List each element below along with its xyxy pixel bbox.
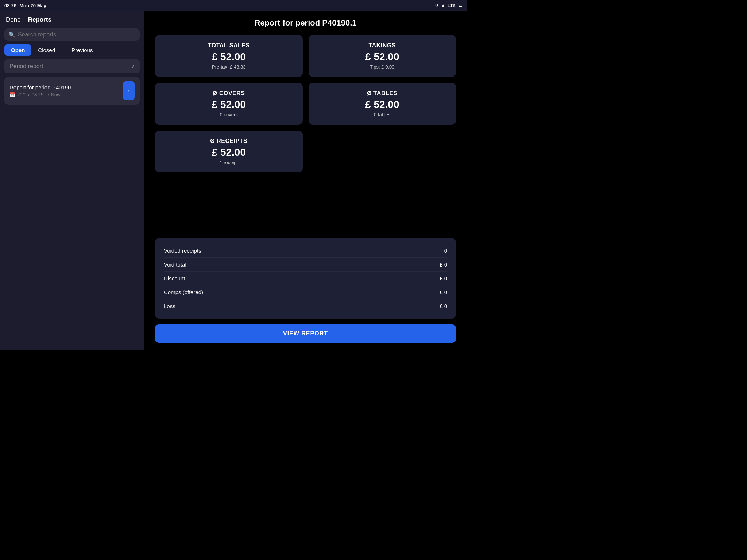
covers-sub: 0 covers bbox=[220, 112, 238, 117]
filter-divider bbox=[63, 47, 63, 54]
covers-title: Ø COVERS bbox=[213, 90, 245, 97]
tables-card[interactable]: Ø TABLES £ 52.00 0 tables bbox=[309, 83, 456, 125]
covers-value: £ 52.00 bbox=[212, 99, 246, 110]
receipts-value: £ 52.00 bbox=[212, 147, 246, 158]
battery-percent: 11% bbox=[448, 3, 456, 8]
airplane-icon: ✈ bbox=[435, 3, 439, 8]
loss-value: £ 0 bbox=[440, 303, 447, 309]
receipts-title: Ø RECEIPTS bbox=[210, 138, 247, 144]
report-item-arrow: › bbox=[123, 81, 135, 100]
total-sales-value: £ 52.00 bbox=[212, 51, 246, 63]
search-input[interactable] bbox=[18, 31, 135, 38]
summary-row-void-total: Void total £ 0 bbox=[164, 258, 447, 272]
voided-receipts-label: Voided receipts bbox=[164, 248, 201, 254]
total-sales-sub: Pre-tax: £ 43.33 bbox=[212, 64, 246, 70]
takings-value: £ 52.00 bbox=[365, 51, 399, 63]
status-icons: ✈ ▲ 11% ▭ bbox=[435, 3, 462, 8]
summary-row-comps: Comps (offered) £ 0 bbox=[164, 285, 447, 299]
report-item-title: Report for period P40190.1 bbox=[9, 84, 120, 90]
status-time: 08:26 bbox=[4, 3, 16, 8]
tables-title: Ø TABLES bbox=[367, 90, 398, 97]
view-report-button[interactable]: VIEW REPORT bbox=[155, 324, 456, 343]
takings-card[interactable]: TAKINGS £ 52.00 Tips: £ 0.00 bbox=[309, 35, 456, 77]
search-icon: 🔍 bbox=[9, 32, 15, 38]
status-day: Mon 20 May bbox=[19, 3, 46, 8]
takings-title: TAKINGS bbox=[369, 42, 396, 49]
status-bar: 08:26 Mon 20 May ✈ ▲ 11% ▭ bbox=[0, 0, 467, 11]
void-total-label: Void total bbox=[164, 261, 186, 268]
search-bar: 🔍 bbox=[4, 28, 140, 41]
sidebar: Done Reports 🔍 Open Closed Previous Peri… bbox=[0, 11, 144, 350]
metrics-grid: TOTAL SALES £ 52.00 Pre-tax: £ 43.33 TAK… bbox=[155, 35, 456, 125]
reports-title: Reports bbox=[28, 16, 51, 23]
receipts-sub: 1 receipt bbox=[220, 160, 238, 165]
page-title: Report for period P40190.1 bbox=[155, 18, 456, 28]
battery-icon: ▭ bbox=[458, 3, 462, 8]
chevron-down-icon: ∨ bbox=[131, 63, 135, 69]
main-content: Report for period P40190.1 TOTAL SALES £… bbox=[144, 11, 467, 350]
report-item-date-text: 20/05, 08:25 → Now bbox=[17, 92, 61, 97]
summary-row-voided: Voided receipts 0 bbox=[164, 244, 447, 258]
tables-sub: 0 tables bbox=[374, 112, 391, 117]
void-total-value: £ 0 bbox=[440, 261, 447, 268]
voided-receipts-value: 0 bbox=[444, 248, 447, 254]
total-sales-title: TOTAL SALES bbox=[208, 42, 250, 49]
report-list-item[interactable]: Report for period P40190.1 📅 20/05, 08:2… bbox=[4, 77, 140, 105]
filter-previous-button[interactable]: Previous bbox=[65, 44, 99, 56]
loss-label: Loss bbox=[164, 303, 175, 309]
discount-value: £ 0 bbox=[440, 275, 447, 281]
tables-value: £ 52.00 bbox=[365, 99, 399, 110]
period-dropdown-label: Period report bbox=[9, 63, 43, 70]
summary-row-discount: Discount £ 0 bbox=[164, 272, 447, 285]
summary-row-loss: Loss £ 0 bbox=[164, 299, 447, 313]
summary-table: Voided receipts 0 Void total £ 0 Discoun… bbox=[155, 238, 456, 319]
filter-tabs: Open Closed Previous bbox=[4, 44, 140, 56]
receipts-card[interactable]: Ø RECEIPTS £ 52.00 1 receipt bbox=[155, 131, 303, 172]
done-button[interactable]: Done bbox=[6, 16, 21, 23]
total-sales-card[interactable]: TOTAL SALES £ 52.00 Pre-tax: £ 43.33 bbox=[155, 35, 303, 77]
comps-value: £ 0 bbox=[440, 289, 447, 295]
filter-closed-button[interactable]: Closed bbox=[31, 44, 62, 56]
status-time-area: 08:26 Mon 20 May bbox=[4, 3, 46, 8]
report-item-date: 📅 20/05, 08:25 → Now bbox=[9, 92, 120, 97]
receipts-row: Ø RECEIPTS £ 52.00 1 receipt bbox=[155, 131, 456, 172]
filter-open-button[interactable]: Open bbox=[4, 44, 31, 56]
period-dropdown[interactable]: Period report ∨ bbox=[4, 59, 140, 73]
takings-sub: Tips: £ 0.00 bbox=[370, 64, 394, 70]
calendar-icon: 📅 bbox=[9, 92, 15, 97]
sidebar-header: Done Reports bbox=[0, 11, 144, 27]
comps-label: Comps (offered) bbox=[164, 289, 203, 295]
content-spacer bbox=[155, 178, 456, 235]
discount-label: Discount bbox=[164, 275, 185, 281]
wifi-icon: ▲ bbox=[441, 3, 445, 8]
receipts-row-empty bbox=[309, 131, 456, 172]
covers-card[interactable]: Ø COVERS £ 52.00 0 covers bbox=[155, 83, 303, 125]
report-item-content: Report for period P40190.1 📅 20/05, 08:2… bbox=[9, 84, 120, 97]
